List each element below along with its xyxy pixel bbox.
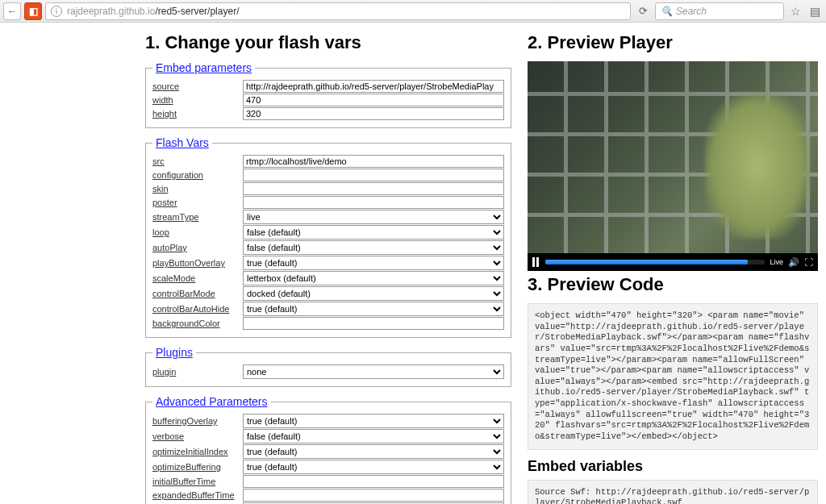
input-src[interactable] [243,155,504,168]
label-scalemode[interactable]: scaleMode [152,273,243,283]
back-button[interactable]: ← [3,2,21,20]
select-verbose[interactable]: false (default) [243,429,504,444]
label-backgroundcolor[interactable]: backgroundColor [152,319,243,328]
input-expandedbuffertime[interactable] [243,489,504,502]
select-optimizebuffering[interactable]: true (default) [243,460,504,474]
live-label: Live [770,258,783,266]
heading-embed-variables: Embed variables [528,458,818,475]
fullscreen-icon[interactable]: ⛶ [804,257,813,267]
select-autoplay[interactable]: false (default) [243,240,504,255]
label-height[interactable]: height [152,109,243,119]
progress-fill [545,260,748,264]
label-plugin[interactable]: plugin [152,367,243,377]
player-controls: Live 🔊 ⛶ [528,253,818,271]
fieldset-plugins: Plugins pluginnone [145,346,511,387]
search-icon: 🔍 [661,6,673,17]
label-configuration[interactable]: configuration [152,170,243,180]
legend-flashvars[interactable]: Flash Vars [152,136,212,149]
label-width[interactable]: width [152,95,243,105]
select-bufferingoverlay[interactable]: true (default) [243,414,504,428]
browser-toolbar: ← ◧ i rajdeeprath.github.io/red5-server/… [0,0,826,23]
input-height[interactable] [243,107,504,120]
input-width[interactable] [243,94,504,106]
refresh-button[interactable]: ⟳ [634,2,652,20]
volume-icon[interactable]: 🔊 [788,257,799,268]
label-verbose[interactable]: verbose [152,431,243,441]
input-configuration[interactable] [243,169,504,181]
url-bar[interactable]: i rajdeeprath.github.io/red5-server/play… [45,2,631,20]
player-video [528,61,818,253]
label-optimizebuffering[interactable]: optimizeBuffering [152,462,243,472]
info-icon[interactable]: i [51,6,62,17]
label-initialbuffertime[interactable]: initialBufferTime [152,477,243,486]
progress-bar[interactable] [545,260,765,264]
heading-flashvars: 1. Change your flash vars [145,32,511,53]
label-poster[interactable]: poster [152,198,243,207]
url-path: /red5-server/player/ [155,6,239,17]
menu-icon[interactable]: ▤ [807,5,823,18]
fieldset-embed: Embed parameters source width height [145,61,511,128]
select-playbuttonoverlay[interactable]: true (default) [243,256,504,270]
player-foliage [705,94,810,239]
search-placeholder: Search [676,6,707,17]
input-source[interactable] [243,80,504,93]
select-controlbarmode[interactable]: docked (default) [243,286,504,301]
select-streamtype[interactable]: live [243,210,504,224]
label-bufferingoverlay[interactable]: bufferingOverlay [152,416,243,426]
heading-preview-code: 3. Preview Code [528,274,818,295]
label-playbuttonoverlay[interactable]: playButtonOverlay [152,258,243,268]
select-scalemode[interactable]: letterbox (default) [243,271,504,285]
embedvars-block[interactable]: Source Swf: http://rajdeeprath.github.io… [528,480,818,504]
select-optimizeinitialindex[interactable]: true (default) [243,444,504,459]
legend-advanced[interactable]: Advanced Parameters [152,395,271,408]
label-loop[interactable]: loop [152,227,243,237]
player[interactable]: Live 🔊 ⛶ [528,61,818,271]
pause-icon[interactable] [532,257,540,267]
label-source[interactable]: source [152,81,243,91]
label-controlbarmode[interactable]: controlBarMode [152,289,243,298]
url-host: rajdeeprath.github.io [67,6,155,17]
select-controlbarautohide[interactable]: true (default) [243,302,504,316]
fieldset-advanced: Advanced Parameters bufferingOverlaytrue… [145,395,511,504]
legend-embed[interactable]: Embed parameters [152,61,255,74]
label-controlbarautohide[interactable]: controlBarAutoHide [152,304,243,314]
select-plugin[interactable]: none [243,364,504,379]
fieldset-flashvars: Flash Vars src configuration skin poster… [145,136,511,338]
label-optimizeinitialindex[interactable]: optimizeInitialIndex [152,447,243,456]
label-expandedbuffertime[interactable]: expandedBufferTime [152,490,243,500]
label-autoplay[interactable]: autoPlay [152,243,243,252]
input-skin[interactable] [243,182,504,195]
code-block[interactable]: <object width="470" height="320"> <param… [528,303,818,450]
heading-preview-player: 2. Preview Player [528,32,818,53]
select-loop[interactable]: false (default) [243,225,504,240]
bookmark-icon[interactable]: ☆ [787,5,803,18]
legend-plugins[interactable]: Plugins [152,346,196,359]
label-streamtype[interactable]: streamType [152,212,243,222]
search-bar[interactable]: 🔍 Search [655,2,784,20]
label-skin[interactable]: skin [152,184,243,194]
input-initialbuffertime[interactable] [243,475,504,488]
label-src[interactable]: src [152,156,243,166]
brave-icon[interactable]: ◧ [24,2,42,20]
input-backgroundcolor[interactable] [243,317,504,330]
input-poster[interactable] [243,196,504,209]
